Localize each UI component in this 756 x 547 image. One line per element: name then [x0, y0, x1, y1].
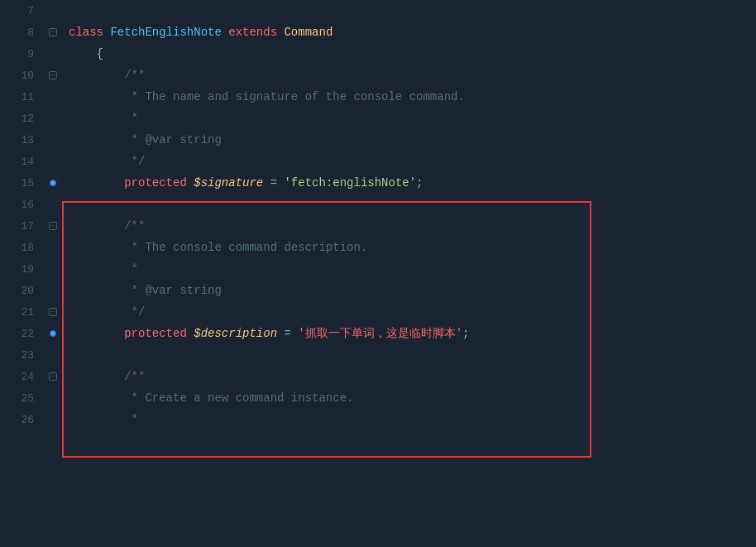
- token: * @var string: [69, 284, 222, 297]
- code-line: 25 * Create a new command instance.: [0, 387, 756, 409]
- fold-toggle[interactable]: −: [49, 222, 57, 230]
- code-line: 11 * The name and signature of the conso…: [0, 86, 756, 108]
- line-number: 19: [0, 263, 45, 276]
- line-number: 23: [0, 349, 45, 362]
- token: /**: [69, 370, 145, 383]
- line-gutter[interactable]: −: [45, 308, 60, 316]
- line-content: * @var string: [60, 280, 756, 301]
- token: {: [69, 47, 103, 60]
- token: '抓取一下单词，这是临时脚本': [298, 327, 462, 340]
- code-line: 17− /**: [0, 215, 756, 237]
- token: * The console command description.: [69, 241, 367, 254]
- token: FetchEnglishNote: [110, 26, 228, 39]
- token: * @var string: [69, 133, 222, 146]
- line-number: 25: [0, 392, 45, 405]
- code-line: 8−class FetchEnglishNote extends Command: [0, 22, 756, 43]
- code-line: 14 */: [0, 151, 756, 172]
- line-content: /**: [60, 215, 756, 237]
- line-number: 11: [0, 91, 45, 103]
- token: ;: [462, 327, 469, 340]
- line-number: 17: [0, 220, 45, 233]
- line-gutter[interactable]: [45, 180, 60, 186]
- code-line: 12 *: [0, 108, 756, 129]
- token: class: [69, 26, 110, 39]
- code-line: 15 protected $signature = 'fetch:english…: [0, 172, 756, 194]
- line-content: [60, 0, 756, 22]
- token: *: [69, 112, 138, 125]
- line-number: 10: [0, 70, 45, 82]
- token: ;: [416, 176, 423, 190]
- line-number: 18: [0, 242, 45, 254]
- token: */: [69, 155, 145, 168]
- line-content: /**: [60, 366, 756, 387]
- fold-toggle[interactable]: −: [49, 308, 57, 316]
- code-line: 13 * @var string: [0, 129, 756, 151]
- code-line: 18 * The console command description.: [0, 237, 756, 258]
- token: extends: [228, 26, 284, 39]
- code-line: 26 *: [0, 409, 756, 430]
- code-line: 20 * @var string: [0, 280, 756, 301]
- token: *: [69, 262, 138, 276]
- token: 'fetch:englishNote': [284, 176, 416, 190]
- line-content: class FetchEnglishNote extends Command: [60, 22, 756, 43]
- line-number: 20: [0, 285, 45, 297]
- line-number: 12: [0, 113, 45, 125]
- line-number: 9: [0, 48, 45, 60]
- line-gutter[interactable]: [45, 330, 60, 337]
- code-editor: 7 8−class FetchEnglishNote extends Comma…: [0, 0, 756, 547]
- code-line: 21− */: [0, 301, 756, 323]
- line-content: protected $signature = 'fetch:englishNot…: [60, 172, 756, 194]
- line-number: 24: [0, 371, 45, 383]
- token: protected: [69, 176, 194, 190]
- line-number: 16: [0, 199, 45, 211]
- code-lines: 7 8−class FetchEnglishNote extends Comma…: [0, 0, 756, 430]
- token: /**: [69, 219, 145, 233]
- line-number: 8: [0, 26, 45, 39]
- line-content: * The console command description.: [60, 237, 756, 258]
- line-content: {: [60, 43, 756, 65]
- line-content: [60, 344, 756, 366]
- line-content: * Create a new command instance.: [60, 387, 756, 409]
- line-gutter[interactable]: −: [45, 71, 60, 79]
- token: * The name and signature of the console …: [69, 90, 465, 103]
- token: */: [69, 305, 145, 319]
- line-number: 7: [0, 5, 45, 17]
- token: Command: [284, 26, 333, 39]
- code-line: 23: [0, 344, 756, 366]
- line-number: 22: [0, 328, 45, 340]
- line-content: /**: [60, 65, 756, 86]
- line-number: 26: [0, 414, 45, 426]
- breakpoint-dot[interactable]: [50, 180, 56, 186]
- token: * Create a new command instance.: [69, 391, 353, 405]
- code-line: 10− /**: [0, 65, 756, 86]
- code-line: 24− /**: [0, 366, 756, 387]
- token: =: [277, 327, 298, 340]
- line-content: */: [60, 151, 756, 172]
- line-gutter[interactable]: −: [45, 28, 60, 36]
- line-content: protected $description = '抓取一下单词，这是临时脚本'…: [60, 323, 756, 344]
- breakpoint-dot[interactable]: [50, 330, 56, 337]
- line-number: 14: [0, 156, 45, 168]
- line-gutter[interactable]: −: [45, 372, 60, 381]
- token: *: [69, 413, 138, 426]
- line-content: * @var string: [60, 129, 756, 151]
- token: protected: [69, 327, 194, 340]
- code-line: 22 protected $description = '抓取一下单词，这是临时…: [0, 323, 756, 344]
- line-number: 21: [0, 306, 45, 319]
- line-content: *: [60, 258, 756, 280]
- token: =: [263, 176, 284, 190]
- fold-toggle[interactable]: −: [49, 28, 57, 36]
- fold-toggle[interactable]: −: [49, 71, 57, 79]
- line-content: */: [60, 301, 756, 323]
- code-line: 9 {: [0, 43, 756, 65]
- line-content: *: [60, 108, 756, 129]
- line-content: * The name and signature of the console …: [60, 86, 756, 108]
- line-content: [60, 194, 756, 215]
- line-gutter[interactable]: −: [45, 222, 60, 230]
- token: $signature: [194, 176, 263, 190]
- line-number: 15: [0, 177, 45, 190]
- line-number: 13: [0, 134, 45, 146]
- fold-toggle[interactable]: −: [49, 372, 57, 381]
- code-line: 7: [0, 0, 756, 22]
- code-line: 16: [0, 194, 756, 215]
